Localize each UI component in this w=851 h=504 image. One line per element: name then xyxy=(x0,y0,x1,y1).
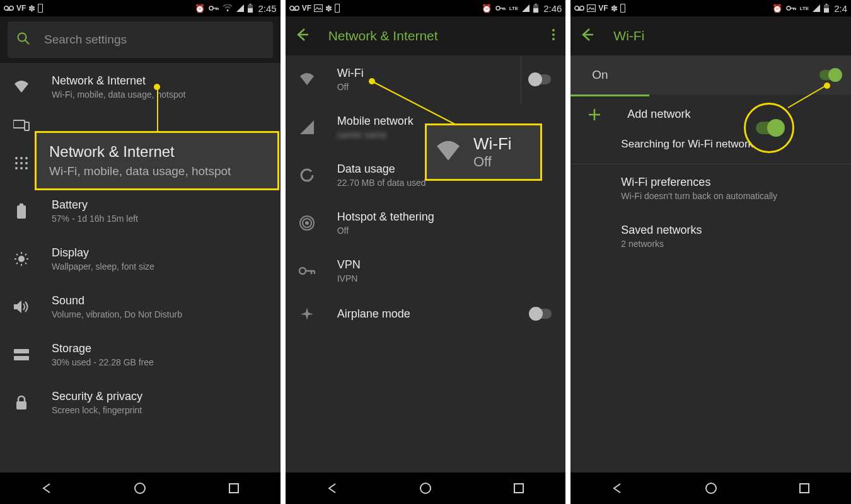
callout-dot xyxy=(369,78,375,84)
nav-recent-icon[interactable] xyxy=(797,481,811,495)
row-sub: Volume, vibration, Do Not Disturb xyxy=(52,309,182,319)
nav-recent-icon[interactable] xyxy=(512,481,526,495)
nav-home-icon[interactable] xyxy=(133,481,147,495)
svg-point-82 xyxy=(706,483,716,493)
status-clock: 2:45 xyxy=(258,3,276,14)
svg-point-20 xyxy=(20,162,23,164)
overflow-menu-icon[interactable] xyxy=(552,28,555,43)
row-sub: 30% used - 22.28 GB free xyxy=(52,357,154,367)
hotspot-icon xyxy=(297,215,317,231)
svg-line-84 xyxy=(372,81,463,129)
callout-line xyxy=(157,87,158,132)
svg-point-72 xyxy=(787,6,790,10)
svg-rect-37 xyxy=(14,356,29,360)
nav-back-icon[interactable] xyxy=(610,481,624,495)
toggle-enlarged xyxy=(756,122,782,134)
phone-settings-main: VF ✽ ⏰ 2:45 Search settings Network & In… xyxy=(0,0,281,504)
voicemail-icon xyxy=(574,5,584,11)
svg-point-58 xyxy=(305,221,309,225)
vf-icon: VF xyxy=(598,4,608,13)
apps-icon xyxy=(11,156,32,170)
svg-point-39 xyxy=(135,483,145,493)
voicemail-icon xyxy=(4,5,14,11)
nav-bar xyxy=(570,472,851,504)
cell-icon xyxy=(813,4,820,12)
svg-rect-15 xyxy=(25,122,29,130)
row-title: Network & Internet xyxy=(52,74,185,88)
row-airplane-mode[interactable]: Airplane mode xyxy=(286,295,566,333)
add-network-label: Add network xyxy=(627,108,690,121)
wifi-fan-icon xyxy=(11,80,32,94)
row-sound[interactable]: Sound Volume, vibration, Do Not Disturb xyxy=(0,283,281,331)
row-title: Display xyxy=(52,246,154,260)
status-clock: 2:4 xyxy=(834,3,847,14)
svg-rect-25 xyxy=(17,205,26,219)
row-sub: Off xyxy=(337,82,364,92)
row-title: Hotspot & tethering xyxy=(337,210,434,224)
callout-dot xyxy=(154,84,160,90)
svg-rect-3 xyxy=(38,4,43,13)
svg-point-68 xyxy=(580,6,584,10)
phone-small-icon xyxy=(620,4,625,13)
row-saved-networks[interactable]: Saved networks 2 networks xyxy=(570,212,851,260)
wifi-master-toggle[interactable] xyxy=(819,70,841,80)
phone-network-internet: VF ✽ ⏰ LTE 2:46 Network & Internet Wi-Fi… xyxy=(286,0,566,504)
svg-rect-51 xyxy=(533,8,538,13)
row-storage[interactable]: Storage 30% used - 22.28 GB free xyxy=(0,331,281,379)
svg-point-17 xyxy=(20,157,23,159)
svg-point-46 xyxy=(496,6,500,10)
svg-point-1 xyxy=(9,6,13,10)
svg-point-42 xyxy=(294,6,298,10)
battery-icon xyxy=(248,4,253,13)
alarm-icon: ⏰ xyxy=(482,4,492,13)
battery-icon xyxy=(533,4,538,13)
row-sub: Screen lock, fingerprint xyxy=(52,405,142,415)
svg-line-34 xyxy=(16,263,18,264)
svg-rect-45 xyxy=(335,4,340,13)
callout-network-internet: Network & Internet Wi-Fi, mobile, data u… xyxy=(35,131,279,190)
row-title: Wi-Fi preferences xyxy=(621,176,777,189)
alarm-icon: ⏰ xyxy=(772,4,782,13)
wifi-toggle[interactable] xyxy=(530,74,551,84)
svg-point-41 xyxy=(289,6,293,10)
row-wifi-preferences[interactable]: Wi-Fi preferences Wi-Fi doesn't turn bac… xyxy=(570,164,851,212)
svg-point-27 xyxy=(18,256,25,262)
nav-bar xyxy=(0,472,281,504)
row-hotspot-tethering[interactable]: Hotspot & tethering Off xyxy=(286,199,566,247)
status-clock: 2:46 xyxy=(543,3,562,14)
back-button[interactable] xyxy=(581,28,594,44)
row-security[interactable]: Security & privacy Screen lock, fingerpr… xyxy=(0,379,281,427)
row-sub: Wallpaper, sleep, font size xyxy=(52,261,154,272)
row-network-internet[interactable]: Network & Internet Wi-Fi, mobile, data u… xyxy=(0,63,281,111)
svg-point-61 xyxy=(299,268,306,274)
nav-recent-icon[interactable] xyxy=(227,481,241,495)
brightness-icon xyxy=(11,251,32,266)
voicemail-icon xyxy=(289,5,299,11)
nav-home-icon[interactable] xyxy=(419,481,432,495)
row-display[interactable]: Display Wallpaper, sleep, font size xyxy=(0,235,281,283)
nav-bar xyxy=(286,472,566,504)
search-settings-bar[interactable]: Search settings xyxy=(8,21,273,58)
row-sub: Wi-Fi, mobile, data usage, hotspot xyxy=(52,89,185,100)
svg-rect-71 xyxy=(620,4,625,13)
callout-dot xyxy=(824,83,830,89)
svg-point-67 xyxy=(575,6,579,10)
app-header: Wi-Fi xyxy=(570,16,851,55)
row-sub: 2 networks xyxy=(621,239,702,249)
row-title: Saved networks xyxy=(621,224,702,237)
storage-icon xyxy=(11,349,32,360)
phone-wifi: VF ✽ ⏰ LTE 2:4 Wi-Fi On Add network xyxy=(570,0,851,504)
nav-home-icon[interactable] xyxy=(704,481,718,495)
airplane-toggle[interactable] xyxy=(530,309,552,319)
row-title: VPN xyxy=(337,258,361,272)
nav-back-icon[interactable] xyxy=(40,481,54,495)
row-battery[interactable]: Battery 57% - 1d 16h 15m left xyxy=(0,187,281,235)
leaf-icon: ✽ xyxy=(611,4,618,13)
nav-back-icon[interactable] xyxy=(325,481,339,495)
lte-icon: LTE xyxy=(800,6,809,11)
row-vpn[interactable]: VPN IVPN xyxy=(286,247,566,295)
back-button[interactable] xyxy=(296,28,310,44)
svg-rect-26 xyxy=(20,203,23,205)
svg-point-56 xyxy=(552,38,555,40)
key-icon xyxy=(297,266,317,275)
